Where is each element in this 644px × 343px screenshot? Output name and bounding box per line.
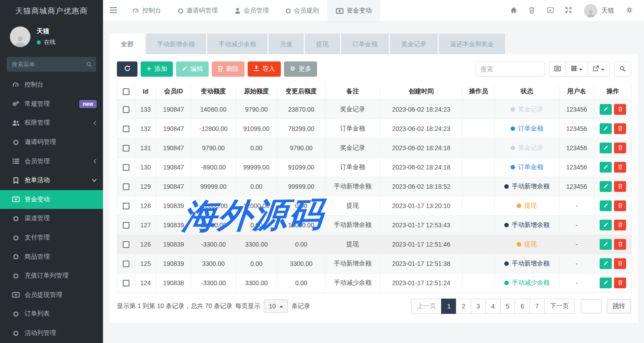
sidebar-item[interactable]: 订单列表: [0, 304, 103, 324]
jump-page-input[interactable]: [581, 299, 601, 313]
sidebar-item[interactable]: 权限管理: [0, 113, 103, 133]
row-checkbox[interactable]: [123, 145, 129, 152]
row-edit-button[interactable]: [600, 278, 612, 288]
import-button[interactable]: 导入: [248, 61, 281, 77]
filter-tab[interactable]: 充值: [269, 34, 304, 54]
row-edit-button[interactable]: [600, 104, 612, 115]
sidebar-item[interactable]: 渠道管理: [0, 209, 103, 228]
jump-button[interactable]: 跳转: [607, 299, 631, 313]
row-delete-button[interactable]: [614, 200, 626, 211]
row-checkbox[interactable]: [123, 280, 129, 287]
sidebar-item[interactable]: 活动列管理: [0, 324, 103, 343]
row-checkbox[interactable]: [123, 261, 129, 267]
filter-tab[interactable]: 提现: [305, 34, 340, 54]
export-button[interactable]: [588, 61, 610, 77]
pagination-next-button[interactable]: 下一页: [544, 299, 575, 314]
search-submit-button[interactable]: [614, 61, 631, 77]
row-delete-button[interactable]: [614, 278, 626, 288]
nav-item[interactable]: 邀请码管理: [170, 0, 226, 22]
nav-item[interactable]: 会员规则: [277, 0, 327, 22]
pagination-page-button[interactable]: 3: [471, 299, 485, 314]
status-dot-icon: [504, 261, 509, 266]
row-edit-button[interactable]: [600, 200, 612, 211]
navbar-user-menu[interactable]: 天猫: [578, 4, 620, 17]
nav-item[interactable]: 控制台: [124, 0, 170, 22]
sidebar-toggle-button[interactable]: [103, 0, 124, 22]
pagination-page-button[interactable]: 4: [485, 299, 500, 314]
row-edit-button[interactable]: [600, 220, 612, 230]
home-button[interactable]: [504, 7, 523, 15]
pagination-page-button[interactable]: 5: [500, 299, 515, 314]
filter-tab[interactable]: 全部: [110, 34, 145, 54]
cell-member-id: 190847: [156, 100, 191, 119]
select-all-checkbox[interactable]: [123, 88, 129, 95]
row-edit-button[interactable]: [600, 143, 612, 153]
settings-button[interactable]: [620, 7, 639, 15]
cell-actions: [594, 235, 632, 254]
row-delete-button[interactable]: [614, 239, 626, 250]
sidebar-item[interactable]: 资金变动: [0, 190, 103, 209]
detail-view-button[interactable]: [549, 61, 566, 77]
fullscreen-button[interactable]: [559, 7, 578, 15]
row-delete-button[interactable]: [614, 104, 626, 115]
columns-button[interactable]: [566, 61, 588, 77]
cell-username: 123456: [559, 139, 594, 158]
sidebar-item[interactable]: 会员管理: [0, 152, 103, 171]
row-delete-button[interactable]: [614, 258, 626, 269]
pagination-page-button[interactable]: 6: [515, 299, 529, 314]
add-button[interactable]: 添加: [141, 61, 173, 77]
row-checkbox[interactable]: [123, 241, 129, 248]
row-edit-button[interactable]: [600, 123, 612, 134]
filter-tab[interactable]: 手动新增余额: [146, 34, 206, 54]
menu-search-input[interactable]: [7, 57, 96, 72]
pagination-prev-button[interactable]: 上一页: [411, 299, 441, 314]
language-button[interactable]: A: [541, 7, 559, 15]
nav-item[interactable]: 资金变动: [327, 0, 380, 22]
cell-status: 订单金额: [495, 119, 559, 139]
row-delete-button[interactable]: [614, 181, 626, 192]
row-delete-button[interactable]: [614, 143, 626, 153]
sidebar-item[interactable]: 抢单活动: [0, 171, 103, 190]
more-button[interactable]: 更多: [284, 61, 317, 77]
sidebar-item[interactable]: 控制台: [0, 75, 103, 95]
navbar-right: A 天猫: [504, 0, 644, 22]
row-delete-button[interactable]: [614, 162, 626, 173]
row-checkbox[interactable]: [123, 183, 129, 190]
tab-label: 手动减少余额: [219, 40, 256, 48]
row-delete-button[interactable]: [614, 220, 626, 230]
table-search-input[interactable]: [476, 61, 545, 77]
row-checkbox[interactable]: [123, 126, 129, 132]
pagination-page-button[interactable]: 1: [441, 299, 456, 314]
edit-button[interactable]: 编辑: [176, 61, 209, 77]
row-checkbox[interactable]: [123, 203, 129, 209]
sidebar-item[interactable]: 常规管理 new: [0, 95, 103, 114]
table-panel: 添加 编辑 删除 导入 更多: [110, 54, 638, 323]
row-checkbox[interactable]: [123, 164, 129, 171]
refresh-button[interactable]: [117, 61, 137, 77]
row-delete-button[interactable]: [614, 123, 626, 134]
filter-tab[interactable]: 奖金记录: [390, 34, 438, 54]
delete-button[interactable]: 删除: [212, 61, 245, 77]
trash-button[interactable]: [523, 7, 541, 15]
nav-item[interactable]: 会员管理: [226, 0, 277, 22]
filter-tab[interactable]: 返还本金和奖金: [439, 34, 505, 54]
pagination-page-button[interactable]: 2: [456, 299, 471, 314]
sidebar-item[interactable]: 充值订单列管理: [0, 266, 103, 286]
cell-remark: 手动新增余额: [326, 216, 380, 235]
row-edit-button[interactable]: [600, 258, 612, 269]
row-edit-button[interactable]: [600, 239, 612, 250]
sidebar-item[interactable]: 邀请码管理: [0, 133, 103, 152]
per-page-dropdown[interactable]: 10: [264, 300, 288, 313]
sidebar-item[interactable]: 支付管理: [0, 228, 103, 247]
import-button-label: 导入: [262, 65, 275, 73]
filter-tab[interactable]: 订单金额: [341, 34, 389, 54]
row-edit-button[interactable]: [600, 181, 612, 192]
sidebar-item[interactable]: 商品管理: [0, 247, 103, 266]
row-edit-button[interactable]: [600, 162, 612, 173]
row-checkbox[interactable]: [123, 222, 129, 229]
row-checkbox[interactable]: [123, 106, 129, 113]
money-icon: [11, 196, 20, 202]
sidebar-item[interactable]: 会员提现管理: [0, 286, 103, 305]
pagination-page-button[interactable]: 7: [529, 299, 544, 314]
filter-tab[interactable]: 手动减少余额: [207, 34, 267, 54]
